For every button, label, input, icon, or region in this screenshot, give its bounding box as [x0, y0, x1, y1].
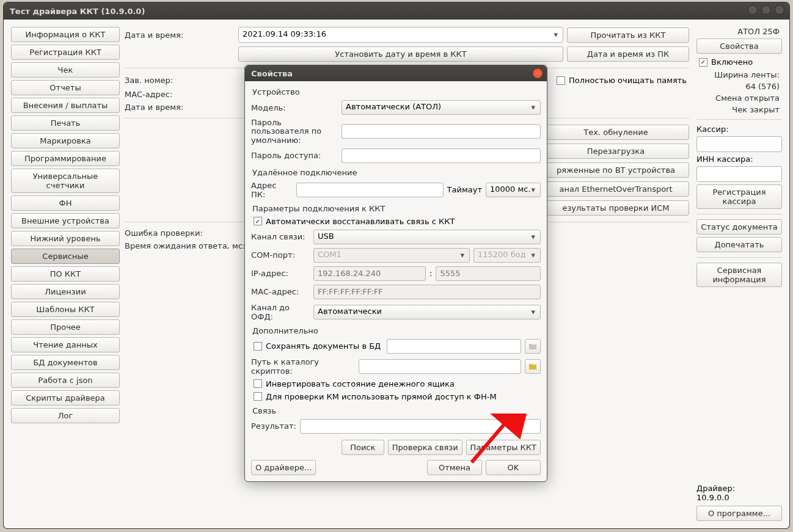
ip-label: IP-адрес:: [251, 269, 310, 278]
pc-addr-label: Адрес ПК:: [251, 181, 293, 199]
datetime-from-pc-button[interactable]: Дата и время из ПК: [567, 46, 689, 62]
timeout-label: Время ожидания ответа, мс:: [125, 241, 245, 250]
km-direct-checkbox[interactable]: Для проверки КМ использовать прямой дост…: [251, 391, 541, 403]
sidebar-item-counters[interactable]: Универсальные счетчики: [11, 169, 120, 193]
cashier-input[interactable]: [696, 136, 782, 152]
properties-button[interactable]: Свойства: [696, 38, 782, 54]
driver-version: 10.9.0.0: [696, 493, 782, 502]
tech-reset-button[interactable]: Тех. обнуление: [543, 125, 689, 140]
dlg-mac-label: MAC-адрес:: [251, 287, 310, 296]
result-input[interactable]: [300, 419, 541, 434]
default-pwd-label: Пароль пользователя по умолчанию:: [251, 118, 338, 145]
sidebar-item-licenses[interactable]: Лицензии: [11, 284, 120, 299]
ok-button[interactable]: OK: [486, 460, 541, 475]
scripts-path-input[interactable]: [359, 359, 521, 374]
ethernet-channel-button[interactable]: анал EthernetOverTransport: [543, 181, 689, 197]
window-titlebar: Тест драйвера ККТ (10.9.0.0): [4, 2, 789, 20]
dialog-close-icon[interactable]: [532, 68, 543, 79]
invert-drawer-checkbox[interactable]: Инвертировать состояние денежного ящика: [251, 378, 541, 390]
scripts-path-label: Путь к каталогу скриптов:: [251, 357, 355, 376]
save-docs-path-input[interactable]: [387, 339, 521, 354]
access-pwd-input[interactable]: [342, 148, 541, 163]
sidebar-item-registration[interactable]: Регистрация ККТ: [11, 45, 120, 60]
sidebar-item-reports[interactable]: Отчеты: [11, 80, 120, 95]
sidebar: Информация о ККТ Регистрация ККТ Чек Отч…: [11, 27, 120, 521]
model-select[interactable]: Автоматически (АТОЛ): [342, 100, 541, 115]
com-label: COM-порт:: [251, 250, 310, 260]
pc-addr-input[interactable]: [296, 183, 444, 197]
driver-label: Драйвер:: [696, 484, 782, 493]
tape-width-label: Ширина ленты:: [696, 70, 782, 79]
ism-results-button[interactable]: езультаты проверки ИСМ: [543, 200, 689, 216]
minimize-icon[interactable]: [748, 5, 758, 15]
about-app-button[interactable]: О программе...: [696, 506, 782, 521]
clear-memory-checkbox[interactable]: Полностью очищать память: [554, 75, 689, 86]
service-info-button[interactable]: Сервисная информация: [696, 263, 782, 287]
sidebar-item-log[interactable]: Лог: [11, 408, 120, 423]
model-label: Модель:: [251, 103, 338, 112]
search-button[interactable]: Поиск: [342, 440, 384, 455]
sidebar-item-json[interactable]: Работа с json: [11, 373, 120, 388]
properties-dialog: Свойства Устройство Модель: Автоматическ…: [244, 65, 547, 482]
sidebar-item-lowlevel[interactable]: Нижний уровень: [11, 231, 120, 246]
sidebar-item-service[interactable]: Сервисные: [11, 249, 120, 264]
sidebar-item-info[interactable]: Информация о ККТ: [11, 27, 120, 42]
group-link: Связь: [251, 404, 541, 417]
about-driver-button[interactable]: О драйвере...: [251, 460, 316, 475]
default-pwd-input[interactable]: [342, 124, 541, 139]
tape-width-value: 64 (576): [696, 82, 782, 91]
save-docs-checkbox[interactable]: Сохранять документы в БД: [251, 340, 383, 352]
remote-timeout-select[interactable]: 10000 мс.: [486, 183, 541, 197]
channel-select[interactable]: USB: [313, 230, 541, 244]
ofd-select[interactable]: Автоматически: [313, 305, 541, 319]
reprint-button[interactable]: Допечатать: [696, 237, 782, 252]
close-icon[interactable]: [775, 5, 784, 15]
check-link-button[interactable]: Проверка связи: [388, 440, 462, 455]
checkbox-icon: [254, 342, 262, 351]
set-datetime-button[interactable]: Установить дату и время в ККТ: [238, 46, 563, 62]
sidebar-item-po-kkt[interactable]: ПО ККТ: [11, 266, 120, 282]
datetime-label: Дата и время:: [125, 31, 235, 40]
reboot-button[interactable]: Перезагрузка: [543, 144, 689, 159]
maximize-icon[interactable]: [761, 5, 771, 15]
checkbox-icon: [557, 76, 565, 85]
group-params: Параметры подключения к ККТ: [251, 202, 541, 214]
device-model: АТОЛ 25Ф: [696, 27, 782, 36]
sidebar-item-check[interactable]: Чек: [11, 62, 120, 78]
auto-reconnect-checkbox[interactable]: ✓ Автоматически восстанавливать связь с …: [251, 216, 541, 227]
read-from-kkt-button[interactable]: Прочитать из ККТ: [567, 27, 689, 43]
sidebar-item-fn[interactable]: ФН: [11, 195, 120, 211]
access-pwd-label: Пароль доступа:: [251, 151, 338, 160]
shift-status: Смена открыта: [696, 93, 782, 103]
check-icon: ✓: [699, 58, 707, 67]
folder-icon[interactable]: [525, 339, 541, 354]
sidebar-item-mark[interactable]: Маркировка: [11, 133, 120, 148]
sidebar-item-print[interactable]: Печать: [11, 115, 120, 131]
serial-label: Зав. номер:: [125, 76, 235, 85]
datetime-select[interactable]: 2021.09.14 09:33:16: [238, 27, 563, 43]
inn-input[interactable]: [696, 166, 782, 182]
sidebar-item-dbdocs[interactable]: БД документов: [11, 355, 120, 370]
paired-bt-button[interactable]: ряженные по BT устройства: [543, 162, 689, 178]
com-baud-select: 115200 бод: [473, 248, 541, 263]
datetime2-label: Дата и время:: [125, 103, 235, 112]
folder-open-icon[interactable]: [525, 359, 541, 374]
doc-status-button[interactable]: Статус документа: [696, 219, 782, 235]
cashier-label: Кассир:: [696, 125, 782, 134]
sidebar-item-templates[interactable]: Шаблоны ККТ: [11, 302, 120, 317]
com-select: COM1: [313, 248, 470, 263]
mac-label: MAC-адрес:: [125, 90, 235, 99]
sidebar-item-scripts[interactable]: Скрипты драйвера: [11, 390, 120, 406]
sidebar-item-program[interactable]: Программирование: [11, 151, 120, 166]
sidebar-item-other[interactable]: Прочее: [11, 319, 120, 335]
sidebar-item-cashflow[interactable]: Внесения / выплаты: [11, 98, 120, 113]
kkt-params-button[interactable]: Параметры ККТ: [466, 440, 541, 455]
ofd-label: Канал до ОФД:: [251, 303, 310, 321]
inn-label: ИНН кассира:: [696, 155, 782, 164]
sidebar-item-readdata[interactable]: Чтение данных: [11, 337, 120, 352]
channel-label: Канал связи:: [251, 232, 310, 241]
register-cashier-button[interactable]: Регистрация кассира: [696, 184, 782, 209]
sidebar-item-extdev[interactable]: Внешние устройства: [11, 213, 120, 228]
cancel-button[interactable]: Отмена: [427, 460, 482, 475]
enabled-checkbox[interactable]: ✓ Включено: [696, 56, 782, 68]
